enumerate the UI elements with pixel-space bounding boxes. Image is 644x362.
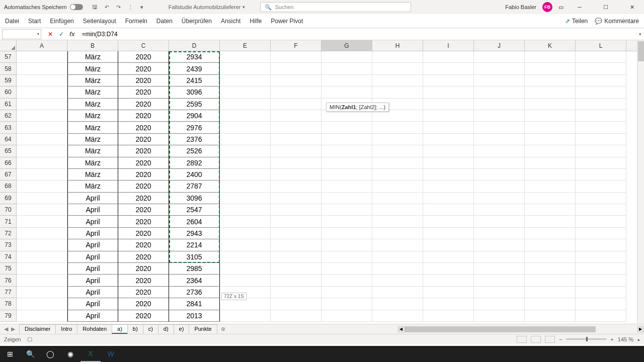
cell-H77[interactable]	[372, 287, 423, 298]
cell-B76[interactable]: April	[67, 275, 118, 286]
cell-K69[interactable]	[525, 193, 576, 204]
cell-E74[interactable]	[220, 251, 271, 263]
cell-H79[interactable]	[372, 310, 423, 322]
cell-G60[interactable]	[321, 86, 372, 98]
cell-E67[interactable]	[220, 169, 271, 180]
cell-L71[interactable]	[576, 216, 626, 227]
cell-J79[interactable]	[474, 310, 525, 322]
cell-H59[interactable]	[372, 75, 423, 86]
sheet-nav-prev-icon[interactable]: ◀	[4, 326, 8, 332]
ribbon-mode-icon[interactable]: ▭	[558, 4, 564, 11]
cell-F66[interactable]	[271, 157, 321, 169]
cell-C67[interactable]: 2020	[118, 169, 169, 180]
cell-L64[interactable]	[576, 134, 626, 145]
cell-F77[interactable]	[271, 287, 321, 298]
cell-A65[interactable]	[17, 145, 67, 157]
row-header[interactable]: 79	[0, 310, 17, 322]
cell-C79[interactable]: 2020	[118, 310, 169, 322]
sheet-tab-disclaimer[interactable]: Disclaimer	[19, 324, 56, 334]
cell-L65[interactable]	[576, 145, 626, 157]
cell-A64[interactable]	[17, 134, 67, 145]
cell-E71[interactable]	[220, 216, 271, 227]
cell-K72[interactable]	[525, 228, 576, 239]
ribbon-tab-überprüfen[interactable]: Überprüfen	[182, 18, 212, 25]
cell-B59[interactable]: März	[67, 75, 118, 86]
cell-J59[interactable]	[474, 75, 525, 86]
cell-G74[interactable]	[321, 251, 372, 263]
ribbon-tab-einfügen[interactable]: Einfügen	[50, 18, 73, 25]
cell-H73[interactable]	[372, 239, 423, 251]
cell-A73[interactable]	[17, 239, 67, 251]
scroll-right-icon[interactable]: ▶	[637, 326, 644, 333]
cell-A66[interactable]	[17, 157, 67, 169]
cell-K60[interactable]	[525, 86, 576, 98]
cell-G58[interactable]	[321, 63, 372, 74]
cell-A57[interactable]	[17, 51, 67, 63]
cell-F60[interactable]	[271, 86, 321, 98]
cell-K58[interactable]	[525, 63, 576, 74]
column-header-B[interactable]: B	[67, 40, 118, 51]
cell-A61[interactable]	[17, 99, 67, 110]
row-header[interactable]: 59	[0, 75, 17, 86]
cell-L73[interactable]	[576, 239, 626, 251]
cell-D77[interactable]: 2736	[169, 287, 220, 298]
zoom-out-icon[interactable]: −	[559, 336, 562, 342]
cell-L58[interactable]	[576, 63, 626, 74]
column-header-D[interactable]: D	[169, 40, 220, 51]
cell-G70[interactable]	[321, 204, 372, 216]
cell-E64[interactable]	[220, 134, 271, 145]
cell-D70[interactable]: 2547	[169, 204, 220, 216]
cell-A67[interactable]	[17, 169, 67, 180]
zoom-level[interactable]: 145 %	[618, 336, 633, 342]
taskbar-word-icon[interactable]: W	[101, 346, 121, 362]
cell-G72[interactable]	[321, 228, 372, 239]
comments-button[interactable]: 💬 Kommentare	[595, 18, 639, 25]
cell-D65[interactable]: 2526	[169, 145, 220, 157]
ribbon-tab-hilfe[interactable]: Hilfe	[250, 18, 262, 25]
cell-K70[interactable]	[525, 204, 576, 216]
cell-L63[interactable]	[576, 122, 626, 133]
cell-D63[interactable]: 2976	[169, 122, 220, 133]
ribbon-tab-formeln[interactable]: Formeln	[125, 18, 147, 25]
cell-G63[interactable]	[321, 122, 372, 133]
avatar[interactable]: FB	[542, 2, 552, 12]
row-header[interactable]: 72	[0, 228, 17, 239]
cancel-icon[interactable]: ✕	[45, 31, 55, 38]
minimize-button[interactable]: ─	[570, 0, 590, 14]
save-icon[interactable]: 🖫	[92, 4, 98, 11]
cell-E72[interactable]	[220, 228, 271, 239]
vertical-scrollbar[interactable]	[637, 40, 644, 324]
cell-J77[interactable]	[474, 287, 525, 298]
cell-G64[interactable]	[321, 134, 372, 145]
cell-I75[interactable]	[423, 263, 474, 275]
cell-G69[interactable]	[321, 193, 372, 204]
cell-L70[interactable]	[576, 204, 626, 216]
cell-B63[interactable]: März	[67, 122, 118, 133]
ribbon-tab-daten[interactable]: Daten	[156, 18, 173, 25]
row-header[interactable]: 65	[0, 145, 17, 157]
cell-H64[interactable]	[372, 134, 423, 145]
cell-D72[interactable]: 2943	[169, 228, 220, 239]
ribbon-tab-ansicht[interactable]: Ansicht	[221, 18, 240, 25]
cell-I59[interactable]	[423, 75, 474, 86]
cell-J76[interactable]	[474, 275, 525, 286]
cell-C57[interactable]: 2020	[118, 51, 169, 63]
cell-H68[interactable]	[372, 180, 423, 192]
column-header-H[interactable]: H	[372, 40, 423, 51]
cell-J60[interactable]	[474, 86, 525, 98]
cell-E68[interactable]	[220, 180, 271, 192]
cell-H65[interactable]	[372, 145, 423, 157]
cell-H78[interactable]	[372, 298, 423, 310]
taskbar-obs-icon[interactable]: ◉	[60, 346, 80, 362]
cell-E60[interactable]	[220, 86, 271, 98]
cell-K74[interactable]	[525, 251, 576, 263]
sheet-tab-punkte[interactable]: Punkte	[189, 324, 217, 334]
cell-A72[interactable]	[17, 228, 67, 239]
start-button[interactable]: ⊞	[0, 346, 20, 362]
cell-C64[interactable]: 2020	[118, 134, 169, 145]
cell-J74[interactable]	[474, 251, 525, 263]
ribbon-tab-datei[interactable]: Datei	[5, 18, 19, 25]
cell-F74[interactable]	[271, 251, 321, 263]
cell-K65[interactable]	[525, 145, 576, 157]
cell-F75[interactable]	[271, 263, 321, 275]
